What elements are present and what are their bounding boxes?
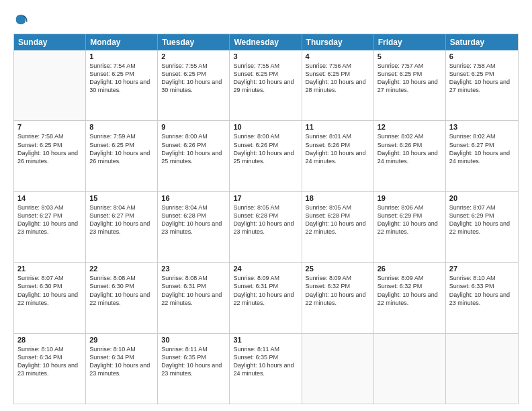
day-info: Sunrise: 8:02 AMSunset: 6:26 PMDaylight:… xyxy=(378,132,442,165)
calendar-cell: 25Sunrise: 8:09 AMSunset: 6:32 PMDayligh… xyxy=(302,263,374,332)
day-info: Sunrise: 8:11 AMSunset: 6:35 PMDaylight:… xyxy=(233,345,298,378)
day-number: 18 xyxy=(306,194,370,202)
day-info: Sunrise: 8:03 AMSunset: 6:27 PMDaylight:… xyxy=(17,203,82,236)
day-info: Sunrise: 8:05 AMSunset: 6:28 PMDaylight:… xyxy=(233,203,298,236)
day-info: Sunrise: 7:59 AMSunset: 6:25 PMDaylight:… xyxy=(89,132,154,165)
day-info: Sunrise: 8:07 AMSunset: 6:30 PMDaylight:… xyxy=(17,274,82,307)
calendar-cell: 16Sunrise: 8:04 AMSunset: 6:28 PMDayligh… xyxy=(158,192,230,262)
day-info: Sunrise: 8:11 AMSunset: 6:35 PMDaylight:… xyxy=(161,345,226,378)
calendar-cell: 23Sunrise: 8:08 AMSunset: 6:31 PMDayligh… xyxy=(158,263,230,332)
weekday-header: Sunday xyxy=(14,34,86,50)
page: SundayMondayTuesdayWednesdayThursdayFrid… xyxy=(0,0,532,411)
day-number: 11 xyxy=(306,123,370,131)
calendar-cell: 18Sunrise: 8:05 AMSunset: 6:28 PMDayligh… xyxy=(302,192,374,262)
calendar-cell: 22Sunrise: 8:08 AMSunset: 6:30 PMDayligh… xyxy=(86,263,158,332)
calendar: SundayMondayTuesdayWednesdayThursdayFrid… xyxy=(13,34,519,404)
calendar-body: 1Sunrise: 7:54 AMSunset: 6:25 PMDaylight… xyxy=(14,50,518,404)
weekday-header: Saturday xyxy=(446,34,518,50)
day-number: 1 xyxy=(89,52,154,60)
day-number: 13 xyxy=(449,123,515,131)
calendar-week-row: 1Sunrise: 7:54 AMSunset: 6:25 PMDaylight… xyxy=(14,50,518,120)
day-info: Sunrise: 8:07 AMSunset: 6:29 PMDaylight:… xyxy=(449,203,515,236)
day-number: 25 xyxy=(306,265,370,273)
day-info: Sunrise: 7:58 AMSunset: 6:25 PMDaylight:… xyxy=(17,132,82,165)
day-info: Sunrise: 8:00 AMSunset: 6:26 PMDaylight:… xyxy=(233,132,298,165)
day-info: Sunrise: 7:58 AMSunset: 6:25 PMDaylight:… xyxy=(449,62,515,95)
calendar-cell xyxy=(446,334,518,404)
day-info: Sunrise: 8:01 AMSunset: 6:26 PMDaylight:… xyxy=(306,132,370,165)
day-number: 12 xyxy=(378,123,442,131)
day-info: Sunrise: 8:10 AMSunset: 6:33 PMDaylight:… xyxy=(449,274,515,307)
calendar-cell: 29Sunrise: 8:10 AMSunset: 6:34 PMDayligh… xyxy=(86,334,158,404)
calendar-cell: 6Sunrise: 7:58 AMSunset: 6:25 PMDaylight… xyxy=(446,50,518,120)
day-info: Sunrise: 7:56 AMSunset: 6:25 PMDaylight:… xyxy=(306,62,370,95)
day-number: 17 xyxy=(233,194,298,202)
day-number: 21 xyxy=(17,265,82,273)
calendar-cell: 14Sunrise: 8:03 AMSunset: 6:27 PMDayligh… xyxy=(14,192,86,262)
calendar-cell xyxy=(302,334,374,404)
calendar-cell: 20Sunrise: 8:07 AMSunset: 6:29 PMDayligh… xyxy=(446,192,518,262)
day-number: 20 xyxy=(449,194,515,202)
calendar-cell: 8Sunrise: 7:59 AMSunset: 6:25 PMDaylight… xyxy=(86,121,158,191)
day-info: Sunrise: 8:06 AMSunset: 6:29 PMDaylight:… xyxy=(378,203,442,236)
day-number: 27 xyxy=(449,265,515,273)
calendar-cell: 3Sunrise: 7:55 AMSunset: 6:25 PMDaylight… xyxy=(230,50,302,120)
day-info: Sunrise: 8:00 AMSunset: 6:26 PMDaylight:… xyxy=(161,132,226,165)
calendar-cell: 19Sunrise: 8:06 AMSunset: 6:29 PMDayligh… xyxy=(374,192,446,262)
calendar-cell: 4Sunrise: 7:56 AMSunset: 6:25 PMDaylight… xyxy=(302,50,374,120)
calendar-cell: 21Sunrise: 8:07 AMSunset: 6:30 PMDayligh… xyxy=(14,263,86,332)
day-number: 24 xyxy=(233,265,298,273)
calendar-cell: 15Sunrise: 8:04 AMSunset: 6:27 PMDayligh… xyxy=(86,192,158,262)
calendar-week-row: 28Sunrise: 8:10 AMSunset: 6:34 PMDayligh… xyxy=(14,333,518,404)
day-info: Sunrise: 8:08 AMSunset: 6:31 PMDaylight:… xyxy=(161,274,226,307)
calendar-cell: 28Sunrise: 8:10 AMSunset: 6:34 PMDayligh… xyxy=(14,334,86,404)
logo-icon xyxy=(13,12,28,27)
day-number: 14 xyxy=(17,194,82,202)
calendar-week-row: 21Sunrise: 8:07 AMSunset: 6:30 PMDayligh… xyxy=(14,262,518,332)
weekday-header: Friday xyxy=(374,34,446,50)
day-number: 9 xyxy=(161,123,226,131)
day-info: Sunrise: 8:05 AMSunset: 6:28 PMDaylight:… xyxy=(306,203,370,236)
day-number: 3 xyxy=(233,52,298,60)
logo xyxy=(13,12,31,27)
calendar-cell: 24Sunrise: 8:09 AMSunset: 6:31 PMDayligh… xyxy=(230,263,302,332)
day-info: Sunrise: 8:09 AMSunset: 6:32 PMDaylight:… xyxy=(378,274,442,307)
calendar-cell: 26Sunrise: 8:09 AMSunset: 6:32 PMDayligh… xyxy=(374,263,446,332)
day-number: 23 xyxy=(161,265,226,273)
day-info: Sunrise: 8:10 AMSunset: 6:34 PMDaylight:… xyxy=(89,345,154,378)
calendar-week-row: 14Sunrise: 8:03 AMSunset: 6:27 PMDayligh… xyxy=(14,191,518,262)
day-number: 22 xyxy=(89,265,154,273)
day-number: 26 xyxy=(378,265,442,273)
day-info: Sunrise: 7:54 AMSunset: 6:25 PMDaylight:… xyxy=(89,62,154,95)
weekday-header: Wednesday xyxy=(230,34,302,50)
day-number: 15 xyxy=(89,194,154,202)
day-info: Sunrise: 8:02 AMSunset: 6:27 PMDaylight:… xyxy=(449,132,515,165)
day-info: Sunrise: 8:04 AMSunset: 6:27 PMDaylight:… xyxy=(89,203,154,236)
calendar-cell: 5Sunrise: 7:57 AMSunset: 6:25 PMDaylight… xyxy=(374,50,446,120)
calendar-week-row: 7Sunrise: 7:58 AMSunset: 6:25 PMDaylight… xyxy=(14,120,518,191)
day-number: 10 xyxy=(233,123,298,131)
day-info: Sunrise: 8:09 AMSunset: 6:31 PMDaylight:… xyxy=(233,274,298,307)
calendar-cell: 27Sunrise: 8:10 AMSunset: 6:33 PMDayligh… xyxy=(446,263,518,332)
calendar-cell: 9Sunrise: 8:00 AMSunset: 6:26 PMDaylight… xyxy=(158,121,230,191)
day-number: 16 xyxy=(161,194,226,202)
day-number: 30 xyxy=(161,336,226,344)
calendar-cell: 2Sunrise: 7:55 AMSunset: 6:25 PMDaylight… xyxy=(158,50,230,120)
calendar-header: SundayMondayTuesdayWednesdayThursdayFrid… xyxy=(14,34,518,50)
calendar-cell xyxy=(374,334,446,404)
day-info: Sunrise: 8:04 AMSunset: 6:28 PMDaylight:… xyxy=(161,203,226,236)
day-number: 8 xyxy=(89,123,154,131)
weekday-header: Tuesday xyxy=(158,34,230,50)
calendar-cell: 12Sunrise: 8:02 AMSunset: 6:26 PMDayligh… xyxy=(374,121,446,191)
calendar-cell: 10Sunrise: 8:00 AMSunset: 6:26 PMDayligh… xyxy=(230,121,302,191)
day-info: Sunrise: 8:10 AMSunset: 6:34 PMDaylight:… xyxy=(17,345,82,378)
day-info: Sunrise: 7:55 AMSunset: 6:25 PMDaylight:… xyxy=(161,62,226,95)
day-info: Sunrise: 7:57 AMSunset: 6:25 PMDaylight:… xyxy=(378,62,442,95)
day-number: 7 xyxy=(17,123,82,131)
calendar-cell: 13Sunrise: 8:02 AMSunset: 6:27 PMDayligh… xyxy=(446,121,518,191)
day-number: 31 xyxy=(233,336,298,344)
weekday-header: Monday xyxy=(86,34,158,50)
calendar-cell: 17Sunrise: 8:05 AMSunset: 6:28 PMDayligh… xyxy=(230,192,302,262)
calendar-cell: 7Sunrise: 7:58 AMSunset: 6:25 PMDaylight… xyxy=(14,121,86,191)
day-number: 28 xyxy=(17,336,82,344)
